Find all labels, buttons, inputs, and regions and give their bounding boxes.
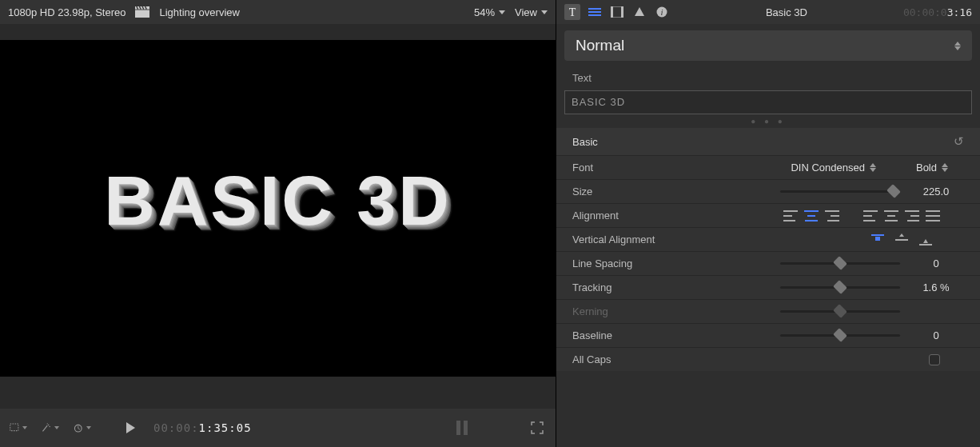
zoom-dropdown[interactable]: 54% [474, 6, 505, 18]
font-weight-dropdown[interactable]: Bold [916, 162, 948, 174]
size-label: Size [572, 186, 684, 198]
baseline-slider[interactable] [780, 334, 900, 337]
baseline-label: Baseline [572, 329, 684, 341]
tracking-value[interactable]: 1.6 % [908, 281, 964, 293]
align-justify-center-button[interactable] [884, 210, 898, 222]
baseline-value[interactable]: 0 [908, 329, 964, 341]
viewer-header: 1080p HD 23.98p, Stereo Lighting overvie… [0, 0, 556, 24]
all-caps-checkbox[interactable] [929, 354, 940, 365]
reset-icon[interactable]: ↺ [954, 134, 964, 149]
tracking-slider[interactable] [780, 286, 900, 289]
viewer-pane: 1080p HD 23.98p, Stereo Lighting overvie… [0, 0, 556, 447]
all-caps-label: All Caps [572, 353, 684, 365]
inspector-pane: T i Basic 3D 00:00:03:16 Normal Text BAS… [556, 0, 980, 447]
kerning-label: Kerning [572, 305, 684, 317]
inspector-clip-name: Basic 3D [766, 6, 807, 18]
audio-meter-icon [456, 421, 468, 435]
svg-text:i: i [660, 7, 663, 17]
svg-rect-10 [588, 14, 601, 16]
viewer-clip-title: Lighting overview [159, 6, 239, 18]
baseline-row: Baseline 0 [556, 323, 980, 347]
svg-rect-2 [10, 424, 18, 431]
align-right-button[interactable] [825, 210, 839, 222]
generator-inspector-tab[interactable] [631, 4, 647, 20]
basic-section-header[interactable]: Basic ↺ [556, 128, 980, 155]
retime-tool-button[interactable] [74, 421, 91, 435]
view-label: View [515, 6, 537, 18]
play-button[interactable] [122, 421, 139, 435]
view-dropdown[interactable]: View [515, 6, 548, 18]
text-section-label: Text [556, 67, 980, 89]
playhead-timecode[interactable]: 00:00:1:35:05 [153, 421, 252, 434]
text-style-value: Normal [576, 37, 624, 54]
size-slider[interactable] [780, 190, 900, 193]
chevron-down-icon [54, 426, 59, 429]
effects-tool-button[interactable] [42, 421, 59, 435]
alignment-row: Alignment [556, 203, 980, 227]
zoom-value: 54% [474, 6, 495, 18]
chevron-down-icon [541, 10, 548, 14]
valign-middle-button[interactable] [895, 234, 908, 245]
align-left-button[interactable] [783, 210, 798, 222]
align-justify-full-button[interactable] [926, 210, 940, 222]
kerning-slider [780, 310, 900, 313]
align-center-button[interactable] [804, 210, 819, 222]
vertical-alignment-row: Vertical Alignment [556, 227, 980, 251]
font-family-dropdown[interactable]: DIN Condensed [791, 162, 876, 174]
info-inspector-tab[interactable]: i [654, 4, 670, 20]
alignment-buttons [783, 210, 940, 222]
video-inspector-tab[interactable] [609, 4, 625, 20]
svg-rect-9 [588, 11, 601, 13]
font-row: Font DIN Condensed Bold [556, 155, 980, 179]
inspector-header: T i Basic 3D 00:00:03:16 [556, 0, 980, 24]
chevron-down-icon [86, 426, 91, 429]
svg-rect-0 [135, 10, 149, 18]
chevron-down-icon [499, 10, 505, 14]
vertical-alignment-buttons [871, 234, 932, 245]
crop-tool-button[interactable] [10, 421, 27, 435]
viewer-canvas[interactable]: BASIC 3D [0, 40, 556, 377]
fullscreen-button[interactable] [528, 421, 546, 435]
line-spacing-value[interactable]: 0 [908, 257, 964, 269]
title-inspector-tab[interactable] [587, 4, 603, 20]
size-row: Size 225.0 [556, 179, 980, 203]
text-content-field[interactable]: BASIC 3D [564, 90, 972, 114]
size-value[interactable]: 225.0 [908, 186, 964, 198]
line-spacing-label: Line Spacing [572, 257, 684, 269]
chevron-down-icon [22, 426, 27, 429]
svg-point-4 [49, 426, 50, 427]
valign-bottom-button[interactable] [919, 234, 932, 245]
inspector-timecode: 00:00:03:16 [903, 6, 972, 18]
text-inspector-tab[interactable]: T [564, 4, 580, 20]
resize-handle-icon[interactable]: ● ● ● [556, 114, 980, 128]
alignment-label: Alignment [572, 210, 684, 222]
all-caps-row: All Caps [556, 347, 980, 371]
play-icon [126, 422, 135, 433]
stepper-icon [954, 42, 961, 50]
basic-section-label: Basic [572, 136, 598, 148]
viewer-format: 1080p HD 23.98p, Stereo [8, 6, 125, 18]
svg-rect-13 [621, 6, 623, 18]
svg-point-3 [48, 425, 49, 425]
kerning-row: Kerning [556, 299, 980, 323]
svg-rect-12 [611, 6, 613, 18]
tracking-label: Tracking [572, 281, 684, 293]
svg-rect-8 [588, 8, 601, 10]
svg-text:T: T [569, 6, 576, 18]
clapperboard-icon [135, 6, 149, 18]
align-justify-right-button[interactable] [905, 210, 919, 222]
viewer-footer: 00:00:1:35:05 [0, 409, 556, 447]
canvas-3d-title: BASIC 3D [104, 160, 452, 241]
text-style-dropdown[interactable]: Normal [564, 30, 972, 61]
line-spacing-slider[interactable] [780, 262, 900, 265]
valign-top-button[interactable] [871, 234, 884, 245]
line-spacing-row: Line Spacing 0 [556, 251, 980, 275]
tracking-row: Tracking 1.6 % [556, 275, 980, 299]
font-label: Font [572, 162, 684, 174]
align-justify-left-button[interactable] [863, 210, 878, 222]
vertical-alignment-label: Vertical Alignment [572, 233, 684, 245]
svg-point-5 [47, 423, 48, 424]
